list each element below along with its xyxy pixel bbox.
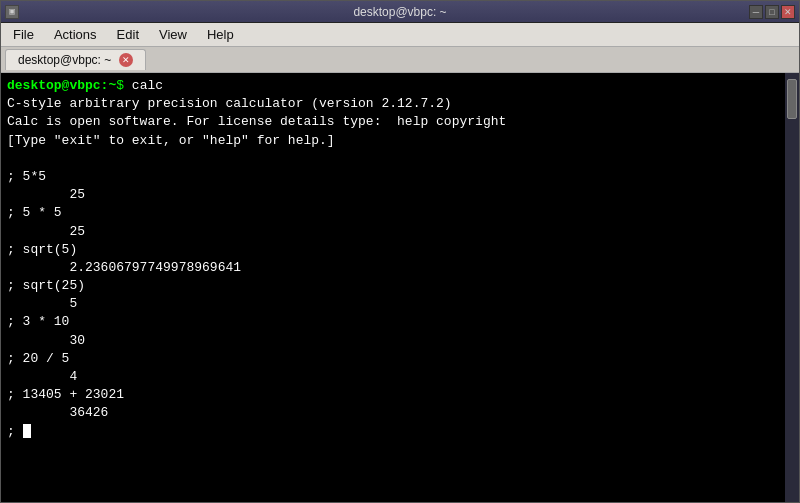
terminal-line-2: Calc is open software. For license detai… [7, 113, 779, 131]
menu-help[interactable]: Help [199, 25, 242, 44]
terminal-line-blank [7, 150, 779, 168]
terminal-line-9: 2.23606797749978969641 [7, 259, 779, 277]
tab-close-button[interactable]: ✕ [119, 53, 133, 67]
terminal-line-8: ; sqrt(5) [7, 241, 779, 259]
prompt-symbol: $ [116, 78, 124, 93]
prompt-user: desktop@vbpc: [7, 78, 108, 93]
terminal-line-prompt: desktop@vbpc:~$ calc [7, 77, 779, 95]
title-bar: ▣ desktop@vbpc: ~ ─ □ ✕ [1, 1, 799, 23]
terminal-output[interactable]: desktop@vbpc:~$ calc C-style arbitrary p… [1, 73, 785, 502]
cursor-block [23, 424, 31, 438]
terminal-line-3: [Type "exit" to exit, or "help" for help… [7, 132, 779, 150]
terminal-line-7: 25 [7, 223, 779, 241]
terminal-line-cursor: ; [7, 423, 779, 441]
prompt-cmd: calc [124, 78, 163, 93]
terminal-line-17: 36426 [7, 404, 779, 422]
terminal-line-12: ; 3 * 10 [7, 313, 779, 331]
menu-bar: File Actions Edit View Help [1, 23, 799, 47]
terminal-line-15: 4 [7, 368, 779, 386]
terminal-line-16: ; 13405 + 23021 [7, 386, 779, 404]
menu-view[interactable]: View [151, 25, 195, 44]
menu-file[interactable]: File [5, 25, 42, 44]
menu-actions[interactable]: Actions [46, 25, 105, 44]
tab-bar: desktop@vbpc: ~ ✕ [1, 47, 799, 73]
tab-terminal[interactable]: desktop@vbpc: ~ ✕ [5, 49, 146, 70]
menu-edit[interactable]: Edit [109, 25, 147, 44]
terminal-window: ▣ desktop@vbpc: ~ ─ □ ✕ File Actions Edi… [0, 0, 800, 503]
terminal-line-6: ; 5 * 5 [7, 204, 779, 222]
tab-label: desktop@vbpc: ~ [18, 53, 111, 67]
window-controls: ─ □ ✕ [749, 5, 795, 19]
title-bar-left: ▣ [5, 5, 19, 19]
window-icon: ▣ [5, 5, 19, 19]
terminal-line-14: ; 20 / 5 [7, 350, 779, 368]
terminal-line-5: 25 [7, 186, 779, 204]
minimize-button[interactable]: ─ [749, 5, 763, 19]
terminal-line-11: 5 [7, 295, 779, 313]
window-title: desktop@vbpc: ~ [353, 5, 446, 19]
terminal-container: desktop@vbpc:~$ calc C-style arbitrary p… [1, 73, 799, 502]
terminal-line-4: ; 5*5 [7, 168, 779, 186]
terminal-line-10: ; sqrt(25) [7, 277, 779, 295]
terminal-line-1: C-style arbitrary precision calculator (… [7, 95, 779, 113]
scrollbar[interactable] [785, 73, 799, 502]
maximize-button[interactable]: □ [765, 5, 779, 19]
close-button[interactable]: ✕ [781, 5, 795, 19]
terminal-line-13: 30 [7, 332, 779, 350]
scrollbar-thumb[interactable] [787, 79, 797, 119]
